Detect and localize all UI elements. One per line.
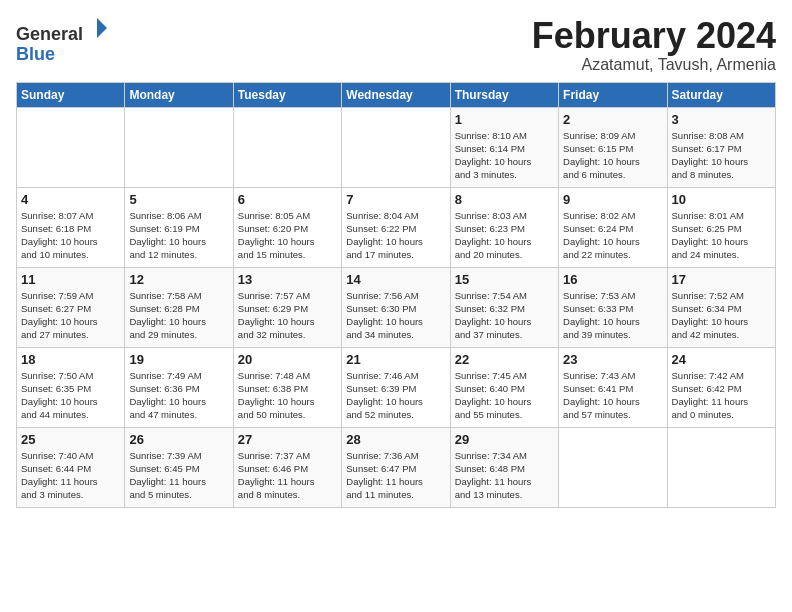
calendar-cell: 5Sunrise: 8:06 AM Sunset: 6:19 PM Daylig… — [125, 187, 233, 267]
calendar-cell — [17, 107, 125, 187]
calendar-week-row: 4Sunrise: 8:07 AM Sunset: 6:18 PM Daylig… — [17, 187, 776, 267]
day-info: Sunrise: 7:52 AM Sunset: 6:34 PM Dayligh… — [672, 289, 771, 342]
logo-icon — [85, 16, 109, 40]
calendar-table: SundayMondayTuesdayWednesdayThursdayFrid… — [16, 82, 776, 508]
calendar-week-row: 18Sunrise: 7:50 AM Sunset: 6:35 PM Dayli… — [17, 347, 776, 427]
calendar-cell: 20Sunrise: 7:48 AM Sunset: 6:38 PM Dayli… — [233, 347, 341, 427]
day-info: Sunrise: 8:06 AM Sunset: 6:19 PM Dayligh… — [129, 209, 228, 262]
calendar-cell: 10Sunrise: 8:01 AM Sunset: 6:25 PM Dayli… — [667, 187, 775, 267]
day-info: Sunrise: 8:08 AM Sunset: 6:17 PM Dayligh… — [672, 129, 771, 182]
day-info: Sunrise: 7:37 AM Sunset: 6:46 PM Dayligh… — [238, 449, 337, 502]
weekday-header-sunday: Sunday — [17, 82, 125, 107]
logo-general-text: General — [16, 24, 83, 44]
day-info: Sunrise: 8:07 AM Sunset: 6:18 PM Dayligh… — [21, 209, 120, 262]
day-number: 25 — [21, 432, 120, 447]
logo: General Blue — [16, 16, 109, 65]
calendar-cell: 17Sunrise: 7:52 AM Sunset: 6:34 PM Dayli… — [667, 267, 775, 347]
calendar-cell: 12Sunrise: 7:58 AM Sunset: 6:28 PM Dayli… — [125, 267, 233, 347]
day-info: Sunrise: 7:39 AM Sunset: 6:45 PM Dayligh… — [129, 449, 228, 502]
day-number: 21 — [346, 352, 445, 367]
day-number: 26 — [129, 432, 228, 447]
weekday-header-thursday: Thursday — [450, 82, 558, 107]
calendar-cell — [342, 107, 450, 187]
calendar-cell: 15Sunrise: 7:54 AM Sunset: 6:32 PM Dayli… — [450, 267, 558, 347]
day-number: 2 — [563, 112, 662, 127]
calendar-cell: 28Sunrise: 7:36 AM Sunset: 6:47 PM Dayli… — [342, 427, 450, 507]
calendar-cell: 14Sunrise: 7:56 AM Sunset: 6:30 PM Dayli… — [342, 267, 450, 347]
svg-marker-0 — [97, 18, 107, 38]
calendar-title: February 2024 — [532, 16, 776, 56]
calendar-week-row: 25Sunrise: 7:40 AM Sunset: 6:44 PM Dayli… — [17, 427, 776, 507]
day-info: Sunrise: 7:56 AM Sunset: 6:30 PM Dayligh… — [346, 289, 445, 342]
day-number: 14 — [346, 272, 445, 287]
day-number: 5 — [129, 192, 228, 207]
day-info: Sunrise: 7:49 AM Sunset: 6:36 PM Dayligh… — [129, 369, 228, 422]
calendar-subtitle: Azatamut, Tavush, Armenia — [532, 56, 776, 74]
day-info: Sunrise: 7:36 AM Sunset: 6:47 PM Dayligh… — [346, 449, 445, 502]
day-number: 4 — [21, 192, 120, 207]
day-info: Sunrise: 7:46 AM Sunset: 6:39 PM Dayligh… — [346, 369, 445, 422]
day-info: Sunrise: 7:50 AM Sunset: 6:35 PM Dayligh… — [21, 369, 120, 422]
day-number: 11 — [21, 272, 120, 287]
calendar-cell: 21Sunrise: 7:46 AM Sunset: 6:39 PM Dayli… — [342, 347, 450, 427]
day-number: 20 — [238, 352, 337, 367]
calendar-cell: 18Sunrise: 7:50 AM Sunset: 6:35 PM Dayli… — [17, 347, 125, 427]
calendar-cell: 3Sunrise: 8:08 AM Sunset: 6:17 PM Daylig… — [667, 107, 775, 187]
day-info: Sunrise: 8:05 AM Sunset: 6:20 PM Dayligh… — [238, 209, 337, 262]
day-info: Sunrise: 8:03 AM Sunset: 6:23 PM Dayligh… — [455, 209, 554, 262]
day-number: 1 — [455, 112, 554, 127]
calendar-cell: 24Sunrise: 7:42 AM Sunset: 6:42 PM Dayli… — [667, 347, 775, 427]
day-info: Sunrise: 8:09 AM Sunset: 6:15 PM Dayligh… — [563, 129, 662, 182]
weekday-header-friday: Friday — [559, 82, 667, 107]
calendar-cell: 6Sunrise: 8:05 AM Sunset: 6:20 PM Daylig… — [233, 187, 341, 267]
calendar-cell: 16Sunrise: 7:53 AM Sunset: 6:33 PM Dayli… — [559, 267, 667, 347]
day-number: 16 — [563, 272, 662, 287]
day-number: 13 — [238, 272, 337, 287]
calendar-cell: 4Sunrise: 8:07 AM Sunset: 6:18 PM Daylig… — [17, 187, 125, 267]
day-info: Sunrise: 7:59 AM Sunset: 6:27 PM Dayligh… — [21, 289, 120, 342]
header: General Blue February 2024 Azatamut, Tav… — [16, 16, 776, 74]
day-number: 22 — [455, 352, 554, 367]
title-block: February 2024 Azatamut, Tavush, Armenia — [532, 16, 776, 74]
calendar-cell: 23Sunrise: 7:43 AM Sunset: 6:41 PM Dayli… — [559, 347, 667, 427]
day-number: 3 — [672, 112, 771, 127]
day-number: 12 — [129, 272, 228, 287]
calendar-cell: 13Sunrise: 7:57 AM Sunset: 6:29 PM Dayli… — [233, 267, 341, 347]
weekday-header-wednesday: Wednesday — [342, 82, 450, 107]
day-number: 15 — [455, 272, 554, 287]
day-info: Sunrise: 7:48 AM Sunset: 6:38 PM Dayligh… — [238, 369, 337, 422]
calendar-cell — [233, 107, 341, 187]
calendar-week-row: 11Sunrise: 7:59 AM Sunset: 6:27 PM Dayli… — [17, 267, 776, 347]
day-number: 6 — [238, 192, 337, 207]
calendar-cell: 8Sunrise: 8:03 AM Sunset: 6:23 PM Daylig… — [450, 187, 558, 267]
day-info: Sunrise: 7:43 AM Sunset: 6:41 PM Dayligh… — [563, 369, 662, 422]
logo-blue-text: Blue — [16, 44, 55, 64]
day-info: Sunrise: 7:42 AM Sunset: 6:42 PM Dayligh… — [672, 369, 771, 422]
day-number: 18 — [21, 352, 120, 367]
calendar-cell: 1Sunrise: 8:10 AM Sunset: 6:14 PM Daylig… — [450, 107, 558, 187]
day-number: 27 — [238, 432, 337, 447]
calendar-cell: 19Sunrise: 7:49 AM Sunset: 6:36 PM Dayli… — [125, 347, 233, 427]
calendar-cell: 9Sunrise: 8:02 AM Sunset: 6:24 PM Daylig… — [559, 187, 667, 267]
calendar-cell: 11Sunrise: 7:59 AM Sunset: 6:27 PM Dayli… — [17, 267, 125, 347]
calendar-cell: 22Sunrise: 7:45 AM Sunset: 6:40 PM Dayli… — [450, 347, 558, 427]
weekday-header-row: SundayMondayTuesdayWednesdayThursdayFrid… — [17, 82, 776, 107]
day-number: 19 — [129, 352, 228, 367]
day-info: Sunrise: 7:57 AM Sunset: 6:29 PM Dayligh… — [238, 289, 337, 342]
day-info: Sunrise: 7:40 AM Sunset: 6:44 PM Dayligh… — [21, 449, 120, 502]
day-info: Sunrise: 7:54 AM Sunset: 6:32 PM Dayligh… — [455, 289, 554, 342]
day-info: Sunrise: 7:45 AM Sunset: 6:40 PM Dayligh… — [455, 369, 554, 422]
calendar-cell: 29Sunrise: 7:34 AM Sunset: 6:48 PM Dayli… — [450, 427, 558, 507]
day-number: 24 — [672, 352, 771, 367]
calendar-cell: 7Sunrise: 8:04 AM Sunset: 6:22 PM Daylig… — [342, 187, 450, 267]
calendar-cell — [559, 427, 667, 507]
calendar-cell: 26Sunrise: 7:39 AM Sunset: 6:45 PM Dayli… — [125, 427, 233, 507]
day-info: Sunrise: 7:53 AM Sunset: 6:33 PM Dayligh… — [563, 289, 662, 342]
day-number: 9 — [563, 192, 662, 207]
day-info: Sunrise: 8:02 AM Sunset: 6:24 PM Dayligh… — [563, 209, 662, 262]
day-number: 7 — [346, 192, 445, 207]
day-info: Sunrise: 8:04 AM Sunset: 6:22 PM Dayligh… — [346, 209, 445, 262]
day-info: Sunrise: 7:58 AM Sunset: 6:28 PM Dayligh… — [129, 289, 228, 342]
day-number: 29 — [455, 432, 554, 447]
weekday-header-tuesday: Tuesday — [233, 82, 341, 107]
